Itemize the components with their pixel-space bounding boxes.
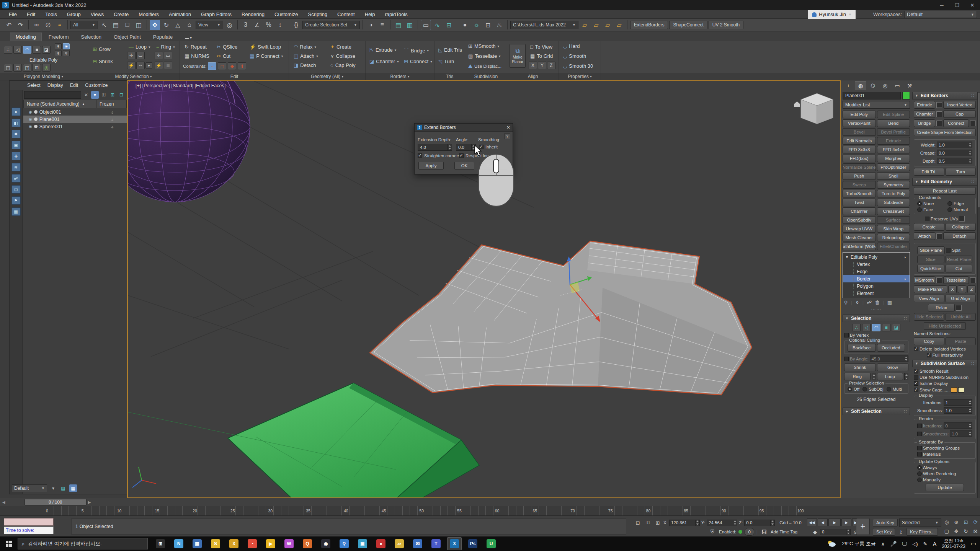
slider-right-arrow-icon[interactable]: ▶: [88, 500, 91, 504]
spinner-snap-icon[interactable]: ↕: [275, 20, 285, 30]
display-materials-icon[interactable]: ▦: [11, 207, 21, 216]
hide-unselected-button[interactable]: Hide Unselected: [924, 322, 966, 330]
modifier-button[interactable]: Surface: [877, 216, 910, 224]
relax-settings-icon[interactable]: [956, 305, 962, 311]
isolate-selection-icon[interactable]: ⊡: [634, 518, 642, 527]
pan-icon[interactable]: ✥: [952, 527, 960, 535]
nurms-button[interactable]: ▦NURMS: [183, 52, 211, 60]
menu-rendering[interactable]: Rendering: [237, 11, 270, 17]
border-bridge-button[interactable]: ⌒Bridge▾: [402, 46, 430, 55]
make-planar-button[interactable]: Make Planar: [914, 285, 947, 293]
modifier-button[interactable]: Skin Wrap: [877, 225, 910, 233]
copy-button[interactable]: Copy: [914, 337, 944, 345]
display-all-icon[interactable]: ●: [11, 108, 21, 116]
caption-align[interactable]: Align: [507, 73, 559, 80]
explorer-row-object001[interactable]: ◉Object001 ↔↕: [23, 108, 127, 116]
crease-field[interactable]: 0.0: [937, 150, 972, 156]
hidden-icons-chevron[interactable]: ∧: [881, 541, 885, 547]
tab-hierarchy-icon[interactable]: ⌬: [867, 81, 879, 90]
extrude-button[interactable]: Extrude: [914, 101, 935, 109]
custom-script-button-1[interactable]: ShapeConnect: [669, 21, 707, 29]
tab-motion-icon[interactable]: ◎: [879, 81, 891, 90]
stack-lamp-icon[interactable]: ◗: [904, 277, 906, 281]
use-pivot-point-center-icon[interactable]: ◎: [224, 20, 235, 30]
modifier-button[interactable]: OpenSubdiv: [843, 216, 876, 224]
ring-dropdown[interactable]: ≡Ring▾: [155, 43, 176, 51]
frozen-cell[interactable]: ↔↕: [97, 110, 127, 114]
backface-button[interactable]: Backface: [848, 344, 876, 352]
user-account-menu[interactable]: Hyunsuk Jin▼: [808, 10, 856, 19]
sel-vertex-icon[interactable]: ∴: [852, 324, 861, 331]
percent-snap-icon[interactable]: %: [263, 20, 274, 30]
set-key-button[interactable]: Set Key: [873, 528, 895, 536]
maxscript-mini-listener-pink[interactable]: [4, 518, 54, 526]
sel-element-icon[interactable]: ◪: [892, 324, 900, 331]
z-coordinate-field[interactable]: 0.0: [744, 520, 775, 526]
project-path-dropdown[interactable]: C:\Users\JI...ds Max 2022▼: [510, 21, 578, 29]
lock-explorer-icon[interactable]: ⚿: [100, 91, 108, 99]
modifier-button[interactable]: FFD 4x4x4: [877, 146, 910, 153]
cage-color-swatch-1[interactable]: [951, 387, 957, 393]
rendered-frame-window-icon[interactable]: ⊡: [483, 20, 493, 30]
detach-button[interactable]: ◨Detach: [292, 62, 318, 69]
msmooth-button[interactable]: MSmooth: [914, 276, 935, 284]
angle-snap-icon[interactable]: ∠: [252, 20, 262, 30]
display-smoothness-field[interactable]: 1.0: [944, 407, 972, 414]
grid-align-button[interactable]: Grid Align: [946, 295, 976, 302]
ribbon-toggle-icon[interactable]: ▭: [421, 20, 431, 30]
ring-spinner[interactable]: [872, 373, 876, 380]
quickslice-button[interactable]: QuickSlice: [917, 265, 944, 272]
cut-button[interactable]: Cut: [946, 265, 973, 272]
menu-animation[interactable]: Animation: [164, 11, 196, 17]
modifier-button[interactable]: FFD(box): [843, 155, 876, 162]
expand-tree-icon[interactable]: ⊞: [109, 91, 116, 99]
menu-graph-editors[interactable]: Graph Editors: [196, 11, 237, 17]
menu-edit[interactable]: Edit: [22, 11, 40, 17]
zoom-extents-all-icon[interactable]: ⟳: [971, 518, 980, 526]
display-lights-icon[interactable]: ▣: [11, 141, 21, 149]
shrink-button[interactable]: ⊟Shrink: [91, 58, 114, 65]
collapse-button[interactable]: ⋎Collapse: [329, 52, 357, 60]
render-setup-icon[interactable]: ☼: [471, 20, 482, 30]
eye-icon[interactable]: ◉: [29, 117, 32, 121]
show-cage-checkbox[interactable]: Show Cage......: [914, 387, 976, 393]
by-angle-field[interactable]: 45.0: [870, 355, 908, 362]
use-nurms-checkbox[interactable]: Use NURMS Subdivision: [914, 375, 976, 380]
cap-button[interactable]: Cap: [943, 110, 976, 118]
relax-button[interactable]: ◠Relax▾: [292, 43, 318, 51]
zoom-all-icon[interactable]: ⊕: [952, 518, 960, 526]
ref-coord-dropdown[interactable]: View▼: [196, 21, 223, 29]
loop-grow-icon[interactable]: ✛: [127, 52, 136, 59]
collapse-button[interactable]: Collapse: [946, 223, 976, 231]
modifier-button[interactable]: Bend: [877, 119, 910, 127]
maxscript-mini-listener-white[interactable]: Time to solve:: [4, 527, 54, 534]
explorer-settings-icon[interactable]: ▾: [49, 484, 57, 492]
collapse-tree-icon[interactable]: ⊟: [118, 91, 125, 99]
attach-button[interactable]: Attach: [914, 232, 935, 240]
display-iterations-field[interactable]: 1: [944, 399, 972, 406]
panel-scrollbar[interactable]: [977, 92, 980, 513]
minimize-button[interactable]: ─: [934, 0, 949, 10]
display-cameras-icon[interactable]: ✚: [11, 152, 21, 160]
zoom-icon[interactable]: ◎: [942, 518, 951, 526]
rollout-soft-selection[interactable]: ►Soft Selection∷: [843, 408, 910, 415]
by-vertex-checkbox[interactable]: By Vertex: [844, 333, 908, 337]
by-angle-checkbox[interactable]: By Angle: 45.0: [844, 355, 908, 362]
selection-set-dropdown[interactable]: Default▼: [12, 484, 47, 492]
bind-to-space-warp-icon[interactable]: ≈: [54, 20, 65, 30]
orbit-icon[interactable]: ↻: [962, 527, 970, 535]
selection-set-keying-dropdown[interactable]: Selected▼: [899, 518, 941, 527]
collapse-stack-icon[interactable]: ◳: [4, 64, 12, 72]
make-planar-button[interactable]: ⧉Make Planar: [510, 44, 526, 68]
update-when-rendering-radio[interactable]: When Rendering: [917, 471, 972, 476]
display-bones-icon[interactable]: ⬡: [11, 185, 21, 194]
column-header-frozen[interactable]: Frozen: [96, 100, 126, 108]
sel-border-icon[interactable]: ◠: [872, 324, 880, 331]
align-x-button[interactable]: X: [529, 62, 537, 69]
preserve-uvs-checkbox[interactable]: Preserve UVs: [914, 216, 976, 222]
convert-mesh-icon[interactable]: ◰: [23, 64, 31, 72]
loop-spinner[interactable]: [904, 373, 908, 380]
unlink-selection-icon[interactable]: ∅: [43, 20, 53, 30]
rectangular-selection-region-icon[interactable]: □: [122, 20, 132, 30]
bridge-settings-icon[interactable]: [936, 121, 942, 126]
